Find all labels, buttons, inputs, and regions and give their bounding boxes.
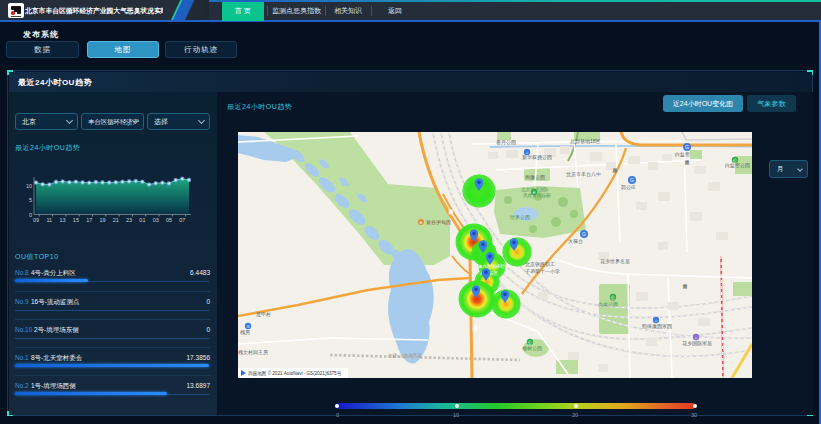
svg-text:19: 19 bbox=[99, 217, 105, 223]
svg-text:高德地图 © 2021 AutoNavi - GS(2021: 高德地图 © 2021 AutoNavi - GS(2021)6375号 bbox=[248, 370, 342, 377]
svg-text:0: 0 bbox=[29, 212, 32, 218]
svg-text:北京铁路职工: 北京铁路职工 bbox=[525, 261, 555, 268]
svg-text:白盆窑: 白盆窑 bbox=[675, 151, 690, 158]
svg-text:槐文村回王房: 槐文村回王房 bbox=[238, 349, 268, 356]
svg-text:05: 05 bbox=[166, 217, 172, 223]
svg-text:槐房: 槐房 bbox=[240, 329, 250, 336]
svg-text:大葆台: 大葆台 bbox=[568, 238, 583, 244]
svg-text:公: 公 bbox=[528, 340, 533, 345]
svg-text:子弟第十一小学: 子弟第十一小学 bbox=[525, 268, 560, 275]
svg-text:郭公庄: 郭公庄 bbox=[621, 184, 636, 191]
svg-text:榆树公园: 榆树公园 bbox=[522, 345, 542, 352]
svg-text:御康公园: 御康公园 bbox=[525, 174, 545, 181]
svg-text:11: 11 bbox=[46, 217, 52, 223]
svg-text:公: 公 bbox=[611, 295, 616, 300]
svg-text:13: 13 bbox=[60, 217, 66, 223]
svg-text:世界公园: 世界公园 bbox=[509, 214, 530, 221]
svg-text:G: G bbox=[630, 177, 634, 183]
svg-text:北京市丰台八中: 北京市丰台八中 bbox=[566, 171, 601, 178]
svg-text:G: G bbox=[246, 324, 249, 329]
svg-text:造甲村: 造甲村 bbox=[256, 311, 271, 318]
svg-text:21: 21 bbox=[113, 217, 119, 223]
svg-text:紫谷伊甸园: 紫谷伊甸园 bbox=[426, 219, 451, 226]
svg-text:总部基地18区: 总部基地18区 bbox=[570, 138, 601, 145]
svg-text:白盆窑公园: 白盆窑公园 bbox=[725, 162, 750, 169]
svg-text:09: 09 bbox=[33, 217, 39, 223]
svg-text:熙保康园家园: 熙保康园家园 bbox=[642, 323, 672, 330]
svg-text:看丹公园: 看丹公园 bbox=[496, 139, 516, 146]
svg-text:15: 15 bbox=[73, 217, 79, 223]
svg-text:公: 公 bbox=[733, 158, 738, 163]
svg-text:G: G bbox=[582, 231, 586, 237]
svg-text:高鑫公园: 高鑫公园 bbox=[598, 301, 618, 308]
svg-text:23: 23 bbox=[126, 217, 132, 223]
svg-text:17: 17 bbox=[86, 217, 92, 223]
svg-text:花乡国际家居: 花乡国际家居 bbox=[682, 340, 712, 347]
svg-text:花乡世界名居: 花乡世界名居 bbox=[600, 258, 630, 265]
svg-text:5: 5 bbox=[29, 197, 32, 203]
svg-text:G: G bbox=[685, 144, 689, 150]
svg-text:03: 03 bbox=[153, 217, 159, 223]
svg-text:丰台区循环经济: 丰台区循环经济 bbox=[478, 263, 510, 269]
svg-text:07: 07 bbox=[179, 217, 185, 223]
svg-text:01: 01 bbox=[139, 217, 145, 223]
svg-text:10: 10 bbox=[26, 183, 32, 189]
